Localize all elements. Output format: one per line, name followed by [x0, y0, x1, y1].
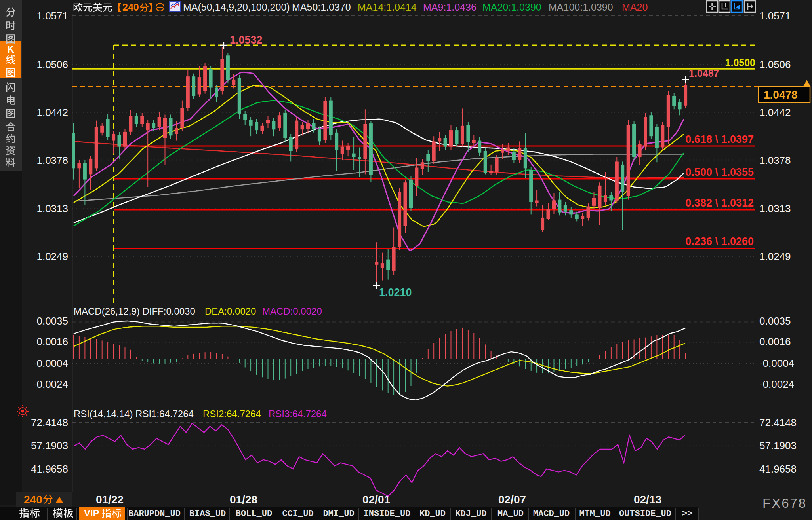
- svg-text:-0.0024: -0.0024: [759, 378, 794, 390]
- svg-text:MACD(26,12,9) DIFF:0.0030: MACD(26,12,9) DIFF:0.0030: [74, 306, 195, 317]
- svg-text:MA50:1.0370: MA50:1.0370: [292, 2, 351, 13]
- svg-text:01/28: 01/28: [230, 493, 257, 506]
- svg-text:FX678: FX678: [762, 496, 807, 511]
- svg-text:MA20:1.0390: MA20:1.0390: [482, 2, 541, 13]
- svg-text:1.0313: 1.0313: [36, 203, 68, 214]
- svg-text:1.0442: 1.0442: [36, 106, 68, 118]
- svg-text:240: 240: [122, 2, 139, 13]
- svg-text:02/07: 02/07: [498, 493, 526, 506]
- svg-text:1.0487: 1.0487: [689, 68, 719, 79]
- svg-text:0.0016: 0.0016: [759, 336, 791, 347]
- svg-text:-0.0004: -0.0004: [759, 357, 794, 369]
- svg-text:0.382 \ 1.0312: 0.382 \ 1.0312: [685, 197, 754, 209]
- svg-text:BARUPDN_UD: BARUPDN_UD: [128, 509, 181, 519]
- svg-text:1.0442: 1.0442: [759, 106, 791, 118]
- svg-text:02/13: 02/13: [634, 493, 661, 506]
- svg-text:KD_UD: KD_UD: [419, 509, 446, 519]
- svg-text:DMI_UD: DMI_UD: [323, 509, 354, 519]
- svg-text:41.9658: 41.9658: [759, 463, 797, 475]
- svg-text:0.0035: 0.0035: [36, 315, 68, 327]
- svg-text:1.0506: 1.0506: [759, 59, 791, 70]
- svg-text:MA_UD: MA_UD: [497, 509, 524, 519]
- svg-text:RSI2:64.7264: RSI2:64.7264: [203, 408, 261, 419]
- svg-text:MACD:0.0020: MACD:0.0020: [262, 306, 322, 317]
- svg-text:DEA:0.0020: DEA:0.0020: [205, 306, 256, 317]
- svg-text:0.618 \ 1.0397: 0.618 \ 1.0397: [685, 133, 754, 145]
- svg-text:01/22: 01/22: [96, 493, 124, 506]
- svg-text:72.4148: 72.4148: [759, 417, 797, 429]
- svg-text:RSI3:64.7264: RSI3:64.7264: [269, 408, 327, 419]
- svg-text:1.0210: 1.0210: [379, 287, 412, 298]
- svg-text:>>: >>: [682, 509, 692, 519]
- svg-text:0.0035: 0.0035: [759, 315, 791, 327]
- svg-text:41.9658: 41.9658: [31, 463, 68, 475]
- svg-text:MA20: MA20: [622, 2, 648, 13]
- svg-text:1.0249: 1.0249: [36, 251, 68, 262]
- svg-text:MACD_UD: MACD_UD: [533, 509, 570, 519]
- svg-text:BOLL_UD: BOLL_UD: [236, 509, 272, 519]
- svg-text:K: K: [7, 44, 14, 55]
- svg-text:1.0378: 1.0378: [36, 154, 68, 166]
- svg-text:-0.0024: -0.0024: [33, 378, 68, 390]
- svg-text:1.0313: 1.0313: [759, 203, 791, 214]
- svg-text:MA100:1.0390: MA100:1.0390: [549, 2, 613, 13]
- svg-text:0.0016: 0.0016: [36, 336, 68, 347]
- svg-text:240: 240: [24, 493, 42, 506]
- svg-text:02/01: 02/01: [362, 493, 390, 506]
- svg-text:1.0571: 1.0571: [759, 10, 791, 22]
- svg-text:MA14:1.0414: MA14:1.0414: [358, 2, 417, 13]
- svg-text:INSIDE_UD: INSIDE_UD: [364, 509, 411, 519]
- svg-text:KDJ_UD: KDJ_UD: [455, 509, 486, 519]
- svg-text:CCI_UD: CCI_UD: [282, 509, 313, 519]
- svg-text:57.1903: 57.1903: [31, 440, 68, 452]
- svg-text:RSI(14,14,14) RSI1:64.7264: RSI(14,14,14) RSI1:64.7264: [74, 408, 194, 419]
- svg-text:57.1903: 57.1903: [759, 440, 797, 452]
- svg-text:0.500 \ 1.0355: 0.500 \ 1.0355: [685, 166, 754, 178]
- svg-text:-0.0004: -0.0004: [33, 357, 68, 369]
- svg-text:0.236 \ 1.0260: 0.236 \ 1.0260: [685, 235, 754, 247]
- svg-text:OUTSIDE_UD: OUTSIDE_UD: [619, 509, 671, 519]
- svg-text:MTM_UD: MTM_UD: [579, 509, 610, 519]
- svg-text:1.0506: 1.0506: [36, 59, 68, 70]
- svg-text:1.0532: 1.0532: [230, 34, 263, 46]
- svg-text:BIAS_UD: BIAS_UD: [189, 509, 226, 519]
- svg-text:1.0378: 1.0378: [759, 154, 791, 166]
- svg-text:MA9:1.0436: MA9:1.0436: [423, 2, 477, 13]
- svg-text:1.0500: 1.0500: [725, 57, 755, 68]
- svg-text:1.0571: 1.0571: [36, 10, 68, 22]
- svg-text:VIP: VIP: [84, 508, 99, 518]
- svg-text:72.4148: 72.4148: [31, 417, 68, 429]
- svg-text:MA(50,14,9,20,100,200): MA(50,14,9,20,100,200): [183, 2, 290, 13]
- svg-text:1.0249: 1.0249: [759, 251, 791, 262]
- svg-text:1.0478: 1.0478: [764, 89, 798, 101]
